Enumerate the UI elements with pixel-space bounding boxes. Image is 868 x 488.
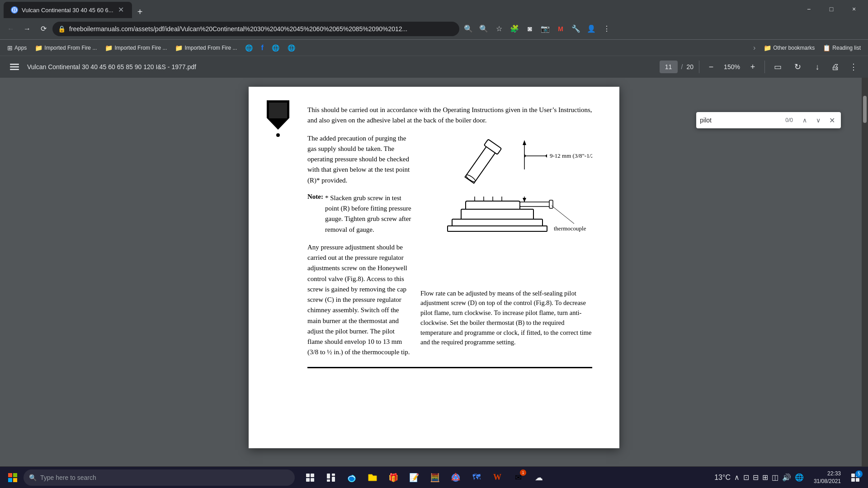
back-button[interactable]: ← — [4, 22, 18, 36]
forward-button[interactable]: → — [20, 22, 34, 36]
task-view-button[interactable] — [300, 468, 320, 488]
system-icon-4[interactable]: ◫ — [771, 472, 779, 483]
pocket-icon[interactable]: ◙ — [523, 22, 537, 36]
tab-close-button[interactable]: ✕ — [117, 5, 125, 14]
pdf-menu-button[interactable] — [7, 60, 22, 74]
find-close-button[interactable]: ✕ — [826, 115, 837, 126]
refresh-button[interactable]: ⟳ — [36, 22, 51, 36]
bookmark-globe-3[interactable]: 🌐 — [284, 42, 299, 53]
folder-icon-other: 📁 — [764, 44, 771, 52]
taskbar-mail-button[interactable]: ✉ 1 — [508, 468, 528, 488]
lens-icon[interactable]: 🔍 — [461, 22, 476, 36]
bookmark-globe-2[interactable]: 🌐 — [268, 42, 283, 53]
rotate-button[interactable]: ↻ — [790, 60, 805, 74]
active-tab[interactable]: Vulcan Continental 30 40 45 60 6... ✕ — [4, 2, 132, 18]
find-input[interactable] — [700, 117, 779, 124]
extension-icon-2[interactable]: 🔧 — [569, 22, 583, 36]
scrollbar[interactable] — [862, 78, 868, 466]
minimize-button[interactable]: − — [798, 2, 819, 16]
taskbar-calculator-button[interactable]: 🧮 — [425, 468, 445, 488]
start-button[interactable] — [4, 469, 22, 487]
system-icon-1[interactable]: ⊡ — [742, 472, 750, 483]
volume-icon[interactable]: 🔊 — [781, 472, 792, 483]
bookmark-reading-list[interactable]: 📋 Reading list — [819, 42, 864, 53]
show-hidden-icons-button[interactable]: ∧ — [733, 472, 741, 483]
zoom-out-button[interactable]: − — [705, 61, 717, 73]
taskbar-explorer-button[interactable] — [363, 468, 382, 488]
pdf-page-input[interactable] — [660, 61, 678, 73]
new-tab-button[interactable]: + — [134, 5, 146, 18]
pdf-content-area: This should be carried out in accordance… — [0, 78, 868, 466]
close-button[interactable]: × — [844, 2, 864, 16]
profile-icon[interactable]: 👤 — [584, 22, 599, 36]
note-label: Note: — [307, 193, 323, 235]
pdf-text-2: The added precaution of purging the gas … — [307, 133, 411, 186]
pdf-page-controls: / 20 — [660, 61, 693, 73]
print-button[interactable]: 🖨 — [828, 60, 843, 74]
folder-icon-1: 📁 — [35, 44, 42, 52]
extension-icon-1[interactable]: 🧩 — [507, 22, 522, 36]
taskbar-edge-button[interactable] — [342, 468, 362, 488]
svg-rect-43 — [851, 474, 855, 477]
bookmark-facebook[interactable]: f — [257, 42, 267, 54]
camera-icon[interactable]: 📷 — [538, 22, 552, 36]
taskbar-notes-button[interactable]: 📝 — [404, 468, 424, 488]
bookmark-folder-2[interactable]: 📁 Imported From Fire ... — [101, 42, 170, 53]
taskbar-search-bar[interactable]: 🔍 Type here to search — [24, 469, 295, 486]
clock-time: 22:33 — [814, 470, 841, 478]
pdf-more-button[interactable]: ⋮ — [846, 60, 861, 74]
svg-rect-20 — [549, 200, 553, 208]
bookmark-folder-1[interactable]: 📁 Imported From Fire ... — [31, 42, 100, 53]
svg-rect-4 — [10, 66, 19, 68]
taskbar-gift-button[interactable]: 🎁 — [383, 468, 403, 488]
fit-page-button[interactable]: ▭ — [770, 60, 785, 74]
wifi-icon[interactable]: 🌐 — [794, 472, 805, 483]
svg-rect-27 — [8, 473, 12, 477]
find-next-button[interactable]: ∨ — [813, 115, 824, 126]
note-text: * Slacken grub screw in test point (R) b… — [325, 193, 411, 235]
bookmark-apps[interactable]: ⊞ Apps — [4, 42, 30, 53]
widgets-button[interactable] — [321, 468, 341, 488]
system-icon-2[interactable]: ⊟ — [752, 472, 760, 483]
zoom-icon[interactable]: 🔍 — [476, 22, 491, 36]
bookmark-other[interactable]: 📁 Other bookmarks — [760, 42, 818, 53]
address-text: freeboilermanuals.com/assets/pdf/ideal/V… — [69, 25, 454, 33]
scrollbar-thumb[interactable] — [863, 96, 867, 123]
system-icon-3[interactable]: ⊞ — [761, 472, 769, 483]
zoom-in-button[interactable]: + — [746, 61, 759, 73]
svg-rect-37 — [327, 479, 330, 482]
find-previous-button[interactable]: ∧ — [799, 115, 810, 126]
taskbar-search-text: Type here to search — [40, 474, 96, 481]
pdf-zoom-value: 150% — [721, 63, 743, 70]
svg-rect-38 — [332, 477, 335, 482]
maximize-button[interactable]: □ — [821, 2, 842, 16]
svg-marker-7 — [523, 140, 526, 145]
taskbar-chrome-button[interactable] — [446, 468, 466, 488]
gmail-icon[interactable]: M — [553, 22, 568, 36]
bookmark-globe[interactable]: 🌐 — [241, 42, 256, 53]
bookmark-folder-3[interactable]: 📁 Imported From Fire ... — [171, 42, 241, 53]
taskbar-office-button[interactable]: W — [487, 468, 507, 488]
pdf-horizontal-rule — [307, 367, 592, 368]
notification-center-button[interactable]: 5 — [846, 468, 864, 488]
taskbar-clock[interactable]: 22:33 31/08/2021 — [810, 470, 844, 485]
pdf-right-col: 9-12 mm (3/8"-1/2") — [420, 133, 592, 358]
more-button[interactable]: ⋮ — [599, 22, 614, 36]
bookmark-more[interactable]: › — [750, 42, 759, 54]
download-button[interactable]: ↓ — [810, 60, 825, 74]
measurement-label: 9-12 mm (3/8"-1/2") — [550, 152, 592, 159]
folder-icon-2: 📁 — [105, 44, 113, 52]
bookmark-apps-label: Apps — [14, 45, 27, 51]
taskbar: 🔍 Type here to search — [0, 466, 868, 488]
pdf-page: This should be carried out in accordance… — [249, 87, 619, 448]
star-icon[interactable]: ☆ — [492, 22, 506, 36]
pdf-text-1: This should be carried out in accordance… — [307, 105, 592, 126]
svg-rect-34 — [311, 478, 314, 482]
taskbar-weather-button[interactable]: ☁ — [529, 468, 549, 488]
svg-rect-36 — [332, 474, 335, 476]
svg-rect-5 — [10, 69, 19, 70]
pdf-zoom-controls: − 150% + — [705, 61, 759, 73]
globe-icon-2: 🌐 — [272, 44, 279, 52]
taskbar-maps-button[interactable]: 🗺 — [467, 468, 486, 488]
address-bar[interactable]: 🔒 freeboilermanuals.com/assets/pdf/ideal… — [52, 22, 459, 36]
